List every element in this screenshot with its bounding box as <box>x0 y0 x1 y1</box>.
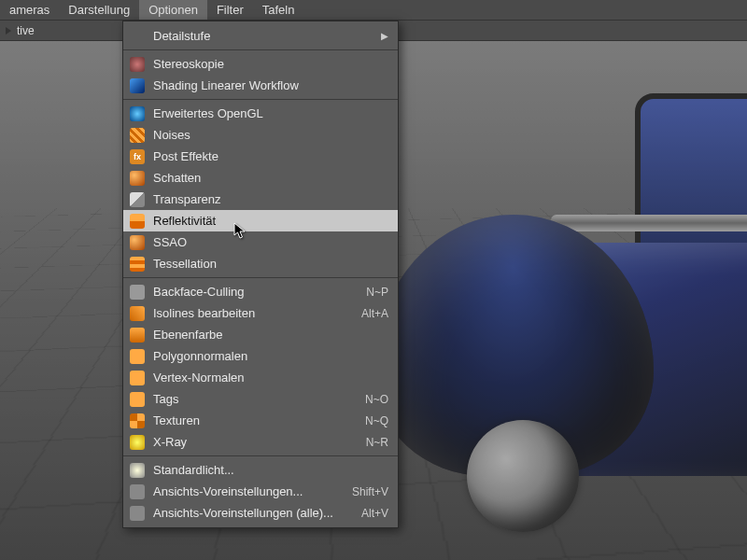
menu-item-standardlicht-[interactable]: Standardlicht... <box>123 459 398 481</box>
menu-item-shading-linearer-workflow[interactable]: Shading Linearer Workflow <box>123 75 398 96</box>
blank-icon <box>129 28 146 45</box>
menu-item-ansichts-voreinstellungen-alle-[interactable]: Ansichts-Voreinstellungen (alle)...Alt+V <box>123 502 398 524</box>
menu-item-erweitertes-opengl[interactable]: Erweitertes OpenGL <box>123 103 398 124</box>
menu-item-shortcut: N~Q <box>365 414 388 427</box>
submenu-arrow-icon: ▶ <box>381 31 388 41</box>
menu-item-shortcut: N~P <box>366 286 388 299</box>
menu-item-vertex-normalen[interactable]: Vertex-Normalen <box>123 367 398 388</box>
menu-item-shortcut: N~O <box>365 393 388 406</box>
menu-item-label: Tags <box>153 392 365 406</box>
menu-item-label: SSAO <box>153 235 388 249</box>
menu-separator <box>123 277 398 278</box>
menu-item-label: Backface-Culling <box>153 285 366 299</box>
menu-item-label: Ansichts-Voreinstellungen... <box>153 484 352 498</box>
menu-item-shortcut: Shift+V <box>352 485 388 498</box>
i-ogl-icon <box>129 105 146 122</box>
menu-item-label: Detailstufe <box>153 29 381 43</box>
menu-item-label: Polygonnormalen <box>153 349 388 363</box>
menu-item-label: Ebenenfarbe <box>153 328 388 342</box>
i-vnorm-icon <box>129 370 146 386</box>
menu-item-ansichts-voreinstellungen-[interactable]: Ansichts-Voreinstellungen...Shift+V <box>123 481 398 502</box>
i-light-icon <box>129 462 146 479</box>
menu-item-backface-culling[interactable]: Backface-CullingN~P <box>123 281 398 302</box>
menu-filter[interactable]: Filter <box>207 0 253 20</box>
menu-item-label: Noises <box>153 128 388 142</box>
menu-item-label: Vertex-Normalen <box>153 371 388 385</box>
menu-item-noises[interactable]: Noises <box>123 124 398 146</box>
i-shadow-icon <box>129 170 146 187</box>
menu-item-stereoskopie[interactable]: Stereoskopie <box>123 53 398 75</box>
i-layer-icon <box>129 327 146 343</box>
menu-item-label: Ansichts-Voreinstellungen (alle)... <box>153 506 361 520</box>
menu-item-isolines-bearbeiten[interactable]: Isolines bearbeitenAlt+A <box>123 302 398 324</box>
menu-tafeln[interactable]: Tafeln <box>253 0 304 20</box>
menu-item-tags[interactable]: TagsN~O <box>123 388 398 410</box>
menu-separator <box>123 49 398 50</box>
i-back-icon <box>129 284 146 301</box>
menu-item-label: Tessellation <box>153 257 388 271</box>
options-dropdown: Detailstufe▶StereoskopieShading Linearer… <box>122 21 399 528</box>
menubar: amerasDarstellungOptionenFilterTafeln <box>0 0 747 21</box>
i-pref-icon <box>129 483 146 500</box>
menu-item-label: Texturen <box>153 413 365 427</box>
menu-item-label: Stereoskopie <box>153 57 388 71</box>
menu-item-label: Reflektivität <box>153 214 388 228</box>
i-xray-icon <box>129 434 146 451</box>
menu-item-label: Standardlicht... <box>153 463 388 477</box>
menu-item-post-effekte[interactable]: fxPost Effekte <box>123 146 398 167</box>
i-fx-icon: fx <box>129 148 146 165</box>
menu-item-label: Shading Linearer Workflow <box>153 78 388 92</box>
i-pnorm-icon <box>129 348 146 365</box>
menu-item-shortcut: Alt+A <box>361 307 388 320</box>
menu-item-detailstufe[interactable]: Detailstufe▶ <box>123 25 398 47</box>
i-stereo-icon <box>129 56 146 73</box>
menu-ameras[interactable]: ameras <box>0 0 59 20</box>
i-noise-icon <box>129 127 146 144</box>
menu-darstellung[interactable]: Darstellung <box>59 0 139 20</box>
menu-item-polygonnormalen[interactable]: Polygonnormalen <box>123 345 398 367</box>
i-iso-icon <box>129 305 146 322</box>
menu-item-texturen[interactable]: TexturenN~Q <box>123 410 398 431</box>
viewport-tab[interactable]: tive <box>17 24 35 37</box>
menu-item-label: Transparenz <box>153 192 388 206</box>
mouse-cursor-icon <box>233 222 247 239</box>
menu-optionen[interactable]: Optionen <box>139 0 207 20</box>
i-ssao-icon <box>129 234 146 251</box>
i-trans-icon <box>129 191 146 208</box>
menu-separator <box>123 455 398 456</box>
menu-item-shortcut: Alt+V <box>361 507 388 520</box>
menu-item-label: Erweitertes OpenGL <box>153 106 388 120</box>
i-tex-icon <box>129 413 146 429</box>
menu-item-label: X-Ray <box>153 435 366 449</box>
menu-item-ssao[interactable]: SSAO <box>123 231 398 253</box>
menu-item-tessellation[interactable]: Tessellation <box>123 253 398 274</box>
menu-item-shortcut: N~R <box>366 436 388 449</box>
i-refl-icon <box>129 213 146 230</box>
i-pref-icon <box>129 505 146 522</box>
menu-item-label: Post Effekte <box>153 149 388 163</box>
i-tess-icon <box>129 256 146 273</box>
i-tags-icon <box>129 391 146 408</box>
menu-item-label: Schatten <box>153 171 388 185</box>
menu-item-ebenenfarbe[interactable]: Ebenenfarbe <box>123 324 398 345</box>
menu-separator <box>123 99 398 100</box>
menu-item-label: Isolines bearbeiten <box>153 306 361 320</box>
menu-item-transparenz[interactable]: Transparenz <box>123 189 398 210</box>
menu-item-schatten[interactable]: Schatten <box>123 167 398 189</box>
menu-item-reflektivit-t[interactable]: Reflektivität <box>123 210 398 231</box>
menu-item-x-ray[interactable]: X-RayN~R <box>123 431 398 453</box>
i-lwf-icon <box>129 77 146 94</box>
